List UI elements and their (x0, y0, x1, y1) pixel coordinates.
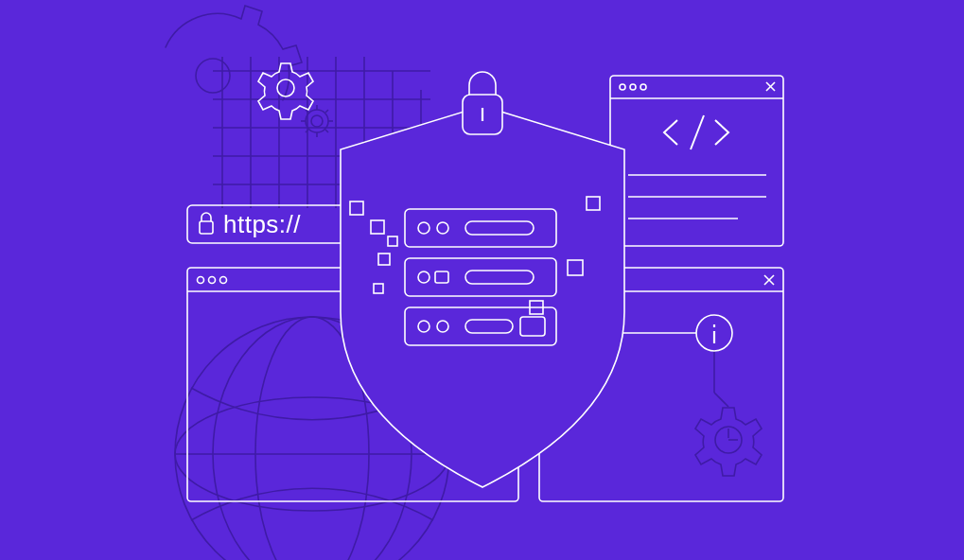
svg-point-51 (640, 84, 646, 90)
info-icon (696, 315, 732, 351)
svg-point-49 (620, 84, 625, 90)
svg-point-36 (198, 277, 204, 284)
svg-line-20 (325, 110, 328, 113)
close-icon (764, 275, 774, 285)
gear-white-icon (258, 63, 313, 119)
lock-icon (200, 213, 213, 234)
svg-point-13 (196, 59, 230, 93)
svg-line-22 (325, 130, 328, 132)
gear-small-dark-icon (301, 105, 333, 137)
svg-point-15 (306, 110, 328, 132)
gear-large-dark-icon (166, 6, 302, 100)
code-window (610, 76, 783, 246)
shield-icon (341, 106, 624, 487)
code-icon (664, 115, 728, 149)
svg-line-33 (714, 393, 728, 407)
svg-line-54 (691, 115, 704, 149)
svg-point-14 (311, 115, 323, 127)
illustration-svg (0, 0, 964, 560)
padlock-icon (463, 72, 502, 134)
gear-bottom-dark-icon (695, 408, 762, 476)
close-icon (766, 82, 775, 91)
svg-rect-47 (610, 76, 783, 246)
security-illustration: https:// (0, 0, 964, 560)
svg-point-38 (220, 277, 227, 284)
svg-point-50 (630, 84, 636, 90)
svg-point-37 (209, 277, 216, 284)
url-prefix-text: https:// (223, 210, 301, 239)
svg-rect-59 (200, 221, 213, 234)
